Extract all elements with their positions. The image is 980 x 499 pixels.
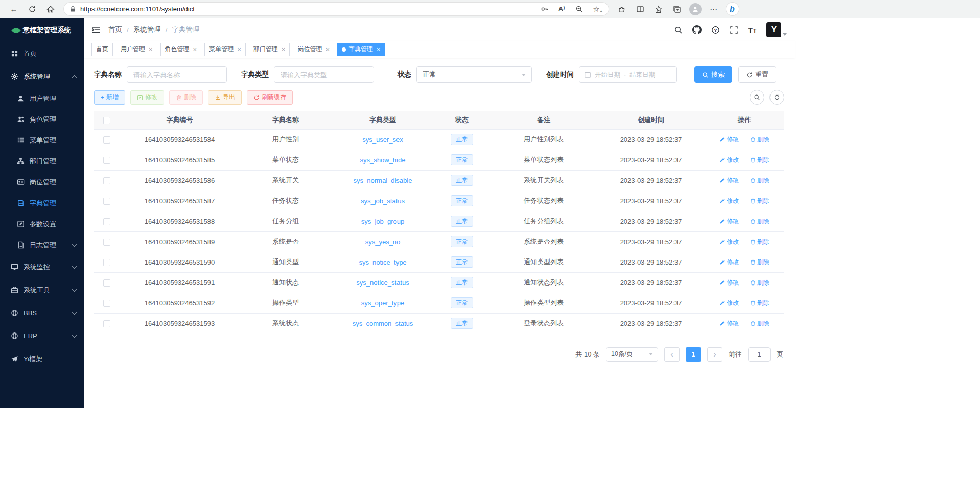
row-delete-button[interactable]: 删除 <box>750 319 769 328</box>
dict-type-link[interactable]: sys_yes_no <box>365 238 401 246</box>
row-delete-button[interactable]: 删除 <box>750 217 769 226</box>
browser-home-button[interactable] <box>42 2 59 16</box>
app-logo[interactable]: 意框架管理系统 <box>0 18 84 42</box>
row-checkbox[interactable] <box>103 218 110 225</box>
sidebar-item-params[interactable]: 参数设置 <box>0 213 84 234</box>
sidebar-item-roles[interactable]: 角色管理 <box>0 109 84 130</box>
row-checkbox[interactable] <box>103 259 110 266</box>
dict-name-input[interactable] <box>127 66 227 83</box>
row-delete-button[interactable]: 删除 <box>750 258 769 267</box>
page-1-button[interactable]: 1 <box>686 347 701 362</box>
row-edit-button[interactable]: 修改 <box>719 237 739 246</box>
sidebar-item-system[interactable]: 系统管理 <box>0 65 84 88</box>
breadcrumb-home[interactable]: 首页 <box>108 25 122 34</box>
read-aloud-icon[interactable]: A) <box>555 5 568 13</box>
add-favorite-icon[interactable]: ☆+ <box>590 5 603 14</box>
row-delete-button[interactable]: 删除 <box>750 176 769 185</box>
row-edit-button[interactable]: 修改 <box>719 258 739 267</box>
browser-refresh-button[interactable] <box>24 2 41 16</box>
delete-button[interactable]: 删除 <box>169 90 203 105</box>
dict-type-link[interactable]: sys_user_sex <box>362 136 403 144</box>
font-size-icon[interactable]: TT <box>748 26 757 34</box>
dict-type-link[interactable]: sys_oper_type <box>361 299 405 307</box>
sidebar-item-departments[interactable]: 部门管理 <box>0 151 84 172</box>
row-delete-button[interactable]: 删除 <box>750 135 769 144</box>
sidebar-item-home[interactable]: 首页 <box>0 42 84 65</box>
address-bar[interactable]: https://ccnetcore.com:1101/system/dict A… <box>63 2 609 16</box>
select-all-checkbox[interactable] <box>103 117 110 124</box>
prev-page-button[interactable]: ‹ <box>664 347 680 362</box>
show-search-toggle-button[interactable] <box>750 90 764 105</box>
sidebar-item-monitor[interactable]: 系统监控 <box>0 255 84 278</box>
breadcrumb-system[interactable]: 系统管理 <box>133 25 161 34</box>
status-select[interactable]: 正常 <box>416 66 532 83</box>
row-checkbox[interactable] <box>103 279 110 287</box>
reset-button[interactable]: 重置 <box>738 66 776 83</box>
hamburger-icon[interactable] <box>91 25 101 34</box>
help-icon[interactable]: ? <box>711 26 720 34</box>
row-edit-button[interactable]: 修改 <box>719 278 739 287</box>
goto-page-input[interactable] <box>748 347 771 362</box>
row-delete-button[interactable]: 删除 <box>750 278 769 287</box>
next-page-button[interactable]: › <box>707 347 722 362</box>
dict-type-link[interactable]: sys_common_status <box>353 320 413 327</box>
user-avatar[interactable]: Y <box>766 22 787 37</box>
row-edit-button[interactable]: 修改 <box>719 176 739 185</box>
close-icon[interactable]: × <box>282 46 286 53</box>
sidebar-item-users[interactable]: 用户管理 <box>0 88 84 109</box>
dict-type-link[interactable]: sys_notice_type <box>359 258 406 266</box>
dict-type-link[interactable]: sys_job_status <box>361 197 405 205</box>
refresh-table-button[interactable] <box>769 90 784 105</box>
row-edit-button[interactable]: 修改 <box>719 319 739 328</box>
browser-menu-icon[interactable]: ⋯ <box>705 2 722 16</box>
close-icon[interactable]: × <box>237 46 241 53</box>
row-delete-button[interactable]: 删除 <box>750 156 769 164</box>
tab-posts[interactable]: 岗位管理× <box>293 43 334 56</box>
sidebar-item-tools[interactable]: 系统工具 <box>0 278 84 301</box>
dict-type-link[interactable]: sys_job_group <box>361 218 405 225</box>
sidebar-item-bbs[interactable]: BBS <box>0 301 84 324</box>
collections-icon[interactable] <box>668 2 686 16</box>
zoom-icon[interactable] <box>572 5 586 13</box>
close-icon[interactable]: × <box>377 46 381 53</box>
sidebar-item-yi-framework[interactable]: Yi框架 <box>0 347 84 370</box>
dict-type-link[interactable]: sys_notice_status <box>356 279 409 287</box>
row-checkbox[interactable] <box>103 177 110 184</box>
row-delete-button[interactable]: 删除 <box>750 197 769 205</box>
date-range-picker[interactable]: 开始日期 - 结束日期 <box>579 66 677 83</box>
split-screen-icon[interactable] <box>632 2 649 16</box>
sidebar-item-dict[interactable]: 字典管理 <box>0 193 84 213</box>
tab-menus[interactable]: 菜单管理× <box>204 43 246 56</box>
row-edit-button[interactable]: 修改 <box>719 135 739 144</box>
sidebar-item-posts[interactable]: 岗位管理 <box>0 172 84 193</box>
row-edit-button[interactable]: 修改 <box>719 156 739 164</box>
export-button[interactable]: 导出 <box>208 90 242 105</box>
tab-departments[interactable]: 部门管理× <box>249 43 290 56</box>
page-size-select[interactable]: 10条/页 <box>606 347 658 362</box>
favorites-bar-icon[interactable] <box>650 2 667 16</box>
sidebar-item-menus[interactable]: 菜单管理 <box>0 130 84 151</box>
refresh-cache-button[interactable]: 刷新缓存 <box>247 90 293 105</box>
profile-avatar[interactable] <box>687 2 704 16</box>
edit-button[interactable]: 修改 <box>130 90 164 105</box>
password-key-icon[interactable] <box>538 5 551 13</box>
row-checkbox[interactable] <box>103 300 110 307</box>
dict-type-input[interactable] <box>274 66 374 83</box>
row-delete-button[interactable]: 删除 <box>750 299 769 307</box>
fullscreen-icon[interactable] <box>730 26 738 34</box>
row-checkbox[interactable] <box>103 320 110 327</box>
sidebar-item-logs[interactable]: 日志管理 <box>0 234 84 255</box>
row-checkbox[interactable] <box>103 157 110 164</box>
row-delete-button[interactable]: 删除 <box>750 237 769 246</box>
row-edit-button[interactable]: 修改 <box>719 299 739 307</box>
search-button[interactable]: 搜索 <box>694 66 732 83</box>
row-checkbox[interactable] <box>103 198 110 205</box>
github-icon[interactable] <box>692 25 702 34</box>
row-checkbox[interactable] <box>103 136 110 144</box>
row-edit-button[interactable]: 修改 <box>719 197 739 205</box>
dict-type-link[interactable]: sys_normal_disable <box>354 177 412 184</box>
browser-back-button[interactable]: ← <box>5 2 22 16</box>
tab-roles[interactable]: 角色管理× <box>160 43 202 56</box>
row-checkbox[interactable] <box>103 239 110 246</box>
close-icon[interactable]: × <box>193 46 197 53</box>
